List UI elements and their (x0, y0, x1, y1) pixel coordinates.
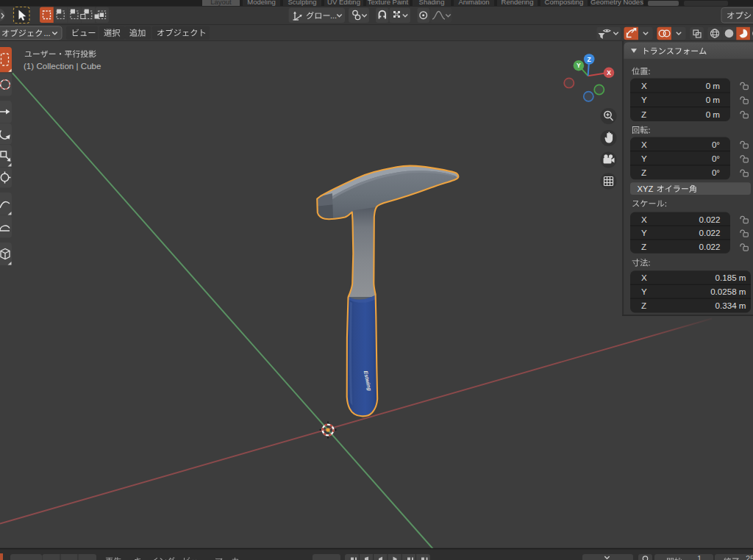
svg-text:X: X (607, 69, 611, 76)
svg-text:Compositing: Compositing (545, 0, 584, 6)
svg-text:Geometry Nodes: Geometry Nodes (590, 0, 643, 6)
svg-text:Z: Z (641, 242, 646, 251)
svg-text:X: X (641, 81, 647, 90)
svg-text:Y: Y (577, 62, 581, 69)
svg-text:Sculpting: Sculpting (288, 0, 316, 6)
svg-text:Layout: Layout (210, 0, 232, 6)
svg-text:0°: 0° (712, 168, 720, 177)
svg-text:0.0258 m: 0.0258 m (710, 287, 746, 296)
svg-text:0 m: 0 m (706, 95, 720, 104)
svg-text:Z: Z (641, 110, 646, 119)
svg-text:0.022: 0.022 (699, 215, 720, 224)
svg-text:0 m: 0 m (706, 110, 720, 119)
svg-text:1: 1 (697, 554, 702, 560)
svg-text:UV Editing: UV Editing (327, 0, 360, 6)
svg-text:0 m: 0 m (706, 81, 720, 90)
svg-text:250: 250 (746, 554, 753, 560)
svg-text:0°: 0° (712, 140, 720, 149)
svg-text:Z: Z (641, 301, 646, 310)
svg-text:Texture Paint: Texture Paint (368, 0, 409, 6)
svg-text:0°: 0° (712, 154, 720, 163)
svg-text:Y: Y (641, 154, 647, 163)
svg-text:0.022: 0.022 (699, 228, 720, 237)
svg-text:Animation: Animation (458, 0, 489, 6)
svg-text:0.022: 0.022 (699, 242, 720, 251)
svg-text:X: X (641, 215, 647, 224)
svg-text:Y: Y (641, 287, 647, 296)
svg-text:Rendering: Rendering (502, 0, 534, 6)
svg-text:Z: Z (588, 56, 591, 63)
svg-text:X: X (641, 140, 647, 149)
svg-text:0.334 m: 0.334 m (715, 301, 746, 310)
svg-text:...: ... (44, 29, 51, 37)
svg-text:Y: Y (641, 95, 647, 104)
svg-text:Shading: Shading (419, 0, 445, 6)
svg-text:...: ... (330, 11, 337, 20)
svg-text:Z: Z (641, 168, 646, 177)
svg-text:XYZ: XYZ (638, 184, 654, 193)
svg-text:X: X (641, 273, 647, 282)
svg-text:Modeling: Modeling (247, 0, 276, 6)
svg-text:0.185 m: 0.185 m (715, 273, 746, 282)
svg-text:Y: Y (641, 228, 647, 237)
svg-text:(1) Collection | Cube: (1) Collection | Cube (24, 61, 101, 71)
